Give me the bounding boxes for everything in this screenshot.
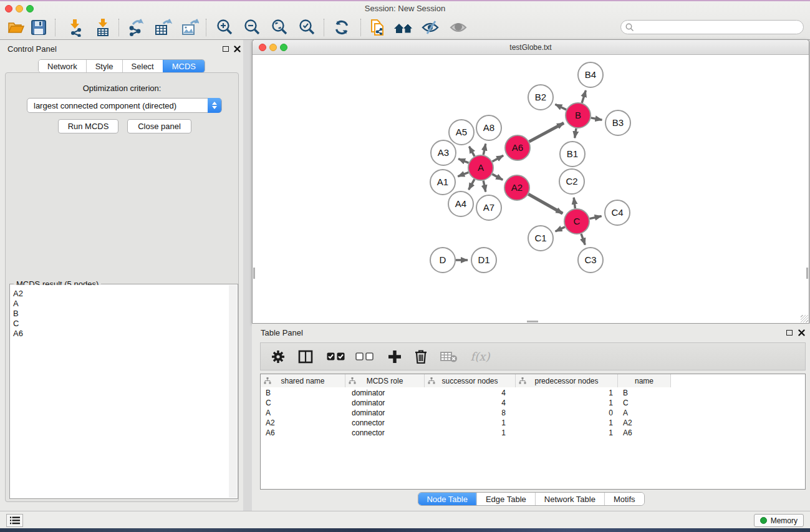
graph-edge-A-A2[interactable]: [492, 174, 503, 180]
column-header-name[interactable]: name: [618, 374, 671, 387]
graph-edge-B-B3[interactable]: [591, 118, 602, 120]
home-layout-button[interactable]: [393, 17, 414, 37]
delete-column-button[interactable]: [410, 346, 432, 367]
tab-style[interactable]: Style: [86, 60, 122, 72]
network-canvas[interactable]: AA1A2A3A4A5A6A7A8BB1B2B3B4CC1C2C3C4DD1: [253, 55, 809, 323]
open-session-button[interactable]: [5, 17, 26, 37]
graph-node-A8[interactable]: A8: [476, 115, 501, 140]
close-panel-button[interactable]: Close panel: [127, 119, 191, 133]
h-scrollbar-thumb[interactable]: [527, 321, 538, 322]
cell-mcds-role[interactable]: dominator: [345, 409, 425, 417]
search-field[interactable]: [620, 20, 804, 34]
graph-edge-A-A4[interactable]: [469, 179, 475, 190]
graph-edge-A2-C[interactable]: [528, 194, 562, 213]
list-item[interactable]: A6: [13, 329, 229, 339]
graph-node-C2[interactable]: C2: [559, 169, 584, 194]
export-image-button[interactable]: [179, 17, 200, 37]
memory-button[interactable]: Memory: [754, 514, 804, 527]
cell-name[interactable]: A2: [618, 418, 671, 427]
table-row[interactable]: A2 connector 1 1 A2: [261, 418, 805, 428]
cell-shared-name[interactable]: A6: [261, 428, 345, 437]
graph-edge-A-A5[interactable]: [469, 147, 475, 157]
cell-name[interactable]: A6: [618, 428, 671, 437]
graph-node-C4[interactable]: C4: [605, 200, 630, 225]
search-input[interactable]: [637, 23, 793, 32]
v-scrollbar-thumb-right[interactable]: [806, 268, 808, 279]
cell-shared-name[interactable]: B: [261, 389, 345, 397]
graph-node-B2[interactable]: B2: [528, 85, 553, 110]
function-builder-button[interactable]: f(x): [466, 346, 494, 367]
graph-edge-C-C1[interactable]: [556, 227, 565, 231]
tab-motifs[interactable]: Motifs: [604, 493, 644, 505]
graph-node-A2[interactable]: A2: [504, 175, 529, 200]
refresh-view-button[interactable]: [331, 17, 352, 37]
v-scrollbar-thumb-left[interactable]: [253, 268, 255, 279]
graph-node-A6[interactable]: A6: [505, 135, 530, 160]
graph-node-C3[interactable]: C3: [578, 248, 603, 273]
network-window-titlebar[interactable]: testGlobe.txt: [253, 40, 809, 55]
cell-successor-nodes[interactable]: 4: [425, 389, 516, 397]
graph-edge-C-C3[interactable]: [581, 234, 585, 245]
cell-name[interactable]: A: [618, 409, 671, 417]
tab-edge-table[interactable]: Edge Table: [476, 493, 535, 505]
float-table-panel-icon[interactable]: [786, 330, 793, 336]
cell-predecessor-nodes[interactable]: 1: [516, 428, 618, 437]
list-scrollbar[interactable]: [229, 285, 237, 498]
float-panel-icon[interactable]: [223, 46, 229, 52]
column-header-mcds-role[interactable]: MCDS role: [345, 374, 425, 387]
list-item[interactable]: B: [13, 309, 229, 319]
import-table-button[interactable]: [92, 17, 113, 37]
deselect-all-button[interactable]: [352, 346, 377, 367]
task-history-button[interactable]: [6, 514, 23, 527]
export-table-button[interactable]: [152, 17, 173, 37]
graph-node-A5[interactable]: A5: [449, 120, 474, 145]
graph-edge-A-A3[interactable]: [458, 159, 468, 163]
graph-node-D1[interactable]: D1: [471, 248, 496, 273]
cell-predecessor-nodes[interactable]: 1: [516, 389, 618, 397]
cell-predecessor-nodes[interactable]: 1: [516, 399, 618, 407]
cell-mcds-role[interactable]: dominator: [345, 399, 425, 407]
cell-shared-name[interactable]: A2: [261, 418, 345, 427]
graph-node-A3[interactable]: A3: [431, 140, 456, 165]
graph-edge-A-A6[interactable]: [493, 155, 504, 162]
cell-mcds-role[interactable]: dominator: [345, 389, 425, 397]
graph-edge-A-A7[interactable]: [483, 181, 486, 192]
criterion-dropdown[interactable]: largest connected component (directed): [27, 98, 222, 113]
graph-node-A7[interactable]: A7: [476, 195, 501, 220]
tab-network[interactable]: Network: [39, 60, 86, 72]
graph-edge-A6-B[interactable]: [529, 123, 564, 142]
zoom-fit-button[interactable]: [269, 17, 290, 37]
table-settings-button[interactable]: [267, 346, 289, 367]
cell-successor-nodes[interactable]: 1: [425, 428, 516, 437]
zoom-selected-button[interactable]: [296, 17, 317, 37]
list-item[interactable]: A: [13, 299, 229, 309]
close-panel-icon[interactable]: [234, 46, 241, 52]
column-header-successor-nodes[interactable]: successor nodes: [425, 374, 516, 387]
cell-predecessor-nodes[interactable]: 1: [516, 418, 618, 427]
cell-shared-name[interactable]: A: [261, 409, 345, 417]
table-row[interactable]: C dominator 4 1 C: [261, 398, 805, 408]
graph-edge-B-B4[interactable]: [582, 90, 586, 103]
tab-mcds[interactable]: MCDS: [163, 60, 205, 72]
graph-node-B3[interactable]: B3: [605, 110, 630, 135]
graph-node-B4[interactable]: B4: [578, 62, 603, 87]
cell-predecessor-nodes[interactable]: 0: [516, 409, 618, 417]
close-table-panel-icon[interactable]: [798, 329, 805, 336]
show-panel-button[interactable]: [448, 17, 469, 37]
graph-node-A4[interactable]: A4: [448, 191, 473, 216]
zoom-out-button[interactable]: [241, 17, 263, 37]
graph-edge-A-A1[interactable]: [458, 172, 468, 176]
list-item[interactable]: C: [13, 319, 229, 329]
cell-name[interactable]: B: [618, 389, 671, 397]
select-all-button[interactable]: [323, 346, 348, 367]
column-header-predecessor-nodes[interactable]: predecessor nodes: [516, 374, 618, 387]
graph-edge-C-C4[interactable]: [590, 216, 602, 219]
graph-node-D[interactable]: D: [430, 248, 455, 273]
export-network-button[interactable]: [125, 17, 147, 37]
tab-node-table[interactable]: Node Table: [418, 493, 476, 505]
graph-edge-B-B2[interactable]: [555, 104, 566, 110]
delete-table-button[interactable]: [438, 346, 460, 367]
table-row[interactable]: A6 connector 1 1 A6: [261, 428, 805, 438]
cell-mcds-role[interactable]: connector: [345, 418, 425, 427]
cell-name[interactable]: C: [618, 399, 671, 407]
